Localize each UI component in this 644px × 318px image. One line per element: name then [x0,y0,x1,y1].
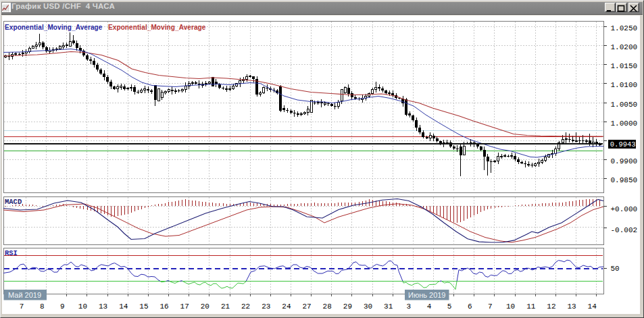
svg-text:Exponential_Moving_Average: Exponential_Moving_Average [5,24,103,31]
svg-text:12: 12 [547,302,555,311]
svg-text:0.9900: 0.9900 [611,157,638,165]
svg-text:30: 30 [364,302,372,311]
svg-text:13: 13 [99,302,107,311]
svg-text:50: 50 [611,265,620,273]
svg-text:28: 28 [323,302,332,311]
svg-text:1.0250: 1.0250 [611,24,638,32]
svg-text:Июнь 2019: Июнь 2019 [408,291,446,299]
svg-text:RSI: RSI [5,249,18,257]
svg-text:11: 11 [526,302,536,311]
svg-text:7: 7 [20,302,24,311]
svg-text:23: 23 [262,302,270,311]
svg-text:8: 8 [40,302,45,311]
svg-text:9: 9 [60,302,65,311]
svg-text:14: 14 [588,302,597,311]
svg-text:6: 6 [468,302,472,311]
svg-text:10: 10 [506,302,515,311]
svg-text:13: 13 [567,302,576,311]
svg-text:20: 20 [201,302,209,311]
svg-text:24: 24 [282,302,291,311]
svg-text:3: 3 [407,302,412,311]
svg-text:1.0000: 1.0000 [611,120,638,128]
svg-text:29: 29 [343,302,352,311]
svg-text:14: 14 [119,302,128,311]
svg-text:16: 16 [159,302,168,311]
svg-text:-0.002: -0.002 [611,226,638,234]
svg-text:1.0200: 1.0200 [611,43,638,51]
svg-text:1.0100: 1.0100 [611,81,638,89]
svg-text:Май 2019: Май 2019 [8,291,41,299]
svg-text:10: 10 [78,302,87,311]
svg-text:22: 22 [241,302,250,311]
svg-text:0.9943: 0.9943 [610,140,636,149]
svg-text:1.0050: 1.0050 [611,101,638,109]
svg-text:27: 27 [302,302,311,311]
svg-text:21: 21 [221,302,230,311]
svg-text:0.9850: 0.9850 [611,176,638,184]
svg-text:17: 17 [180,302,189,311]
svg-text:4: 4 [427,302,432,311]
svg-text:5: 5 [447,302,452,311]
svg-text:31: 31 [384,302,393,311]
svg-text:Exponential_Moving_Average: Exponential_Moving_Average [108,24,206,31]
svg-text:+0.000: +0.000 [611,205,638,213]
svg-text:1.0150: 1.0150 [611,62,638,70]
svg-text:15: 15 [139,302,148,311]
svg-text:7: 7 [488,302,493,311]
svg-text:MACD: MACD [5,198,22,206]
